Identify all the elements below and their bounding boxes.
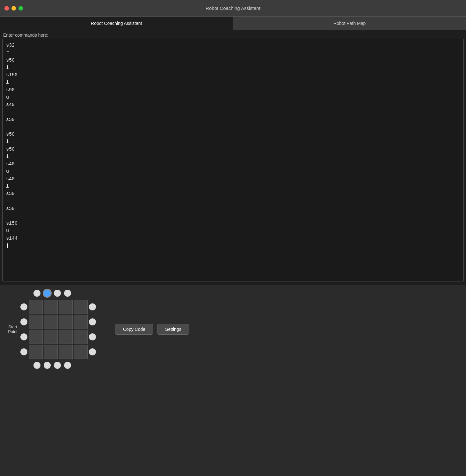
grid-cell-1-0[interactable] bbox=[29, 315, 43, 329]
tab-coaching[interactable]: Robot Coaching Assistant bbox=[0, 17, 233, 30]
path-grid bbox=[29, 300, 88, 359]
bottom-radio-1[interactable] bbox=[33, 362, 40, 369]
commands-label: Enter commands here: bbox=[0, 30, 466, 39]
grid-cell-1-1[interactable] bbox=[44, 315, 58, 329]
left-radio-2[interactable] bbox=[20, 318, 27, 325]
copy-code-button[interactable]: Copy Code bbox=[115, 324, 153, 335]
bottom-radio-row bbox=[33, 362, 71, 369]
grid-cell-2-0[interactable] bbox=[29, 330, 43, 344]
top-radio-2[interactable] bbox=[44, 290, 51, 297]
top-radio-3[interactable] bbox=[54, 290, 61, 297]
grid-cell-0-3[interactable] bbox=[74, 300, 88, 314]
window-title: Robot Coaching Assistant bbox=[206, 5, 260, 11]
title-bar: Robot Coaching Assistant bbox=[0, 0, 466, 17]
right-radio-4[interactable] bbox=[89, 348, 96, 355]
right-radio-3[interactable] bbox=[89, 333, 96, 340]
minimize-button[interactable] bbox=[11, 6, 16, 11]
textarea-container: s32 r s50 l s150 l s90 u s40 r s50 r s50… bbox=[0, 39, 466, 285]
command-input[interactable]: s32 r s50 l s150 l s90 u s40 r s50 r s50… bbox=[3, 39, 463, 281]
grid-cell-0-0[interactable] bbox=[29, 300, 43, 314]
right-radio-1[interactable] bbox=[89, 303, 96, 310]
start-point-label: Start Point bbox=[6, 324, 19, 334]
window-controls bbox=[4, 6, 23, 11]
close-button[interactable] bbox=[4, 6, 9, 11]
grid-cell-0-2[interactable] bbox=[59, 300, 73, 314]
grid-cell-2-2[interactable] bbox=[59, 330, 73, 344]
grid-cell-0-1[interactable] bbox=[44, 300, 58, 314]
left-radio-3[interactable] bbox=[20, 333, 27, 340]
grid-cell-2-1[interactable] bbox=[44, 330, 58, 344]
settings-button[interactable]: Settings bbox=[157, 324, 189, 335]
bottom-radio-2[interactable] bbox=[44, 362, 51, 369]
grid-cell-1-3[interactable] bbox=[74, 315, 88, 329]
top-radio-1[interactable] bbox=[33, 290, 40, 297]
left-radio-column bbox=[20, 299, 27, 359]
maximize-button[interactable] bbox=[18, 6, 23, 11]
grid-cell-1-2[interactable] bbox=[59, 315, 73, 329]
bottom-radio-3[interactable] bbox=[54, 362, 61, 369]
grid-cell-3-3[interactable] bbox=[74, 345, 88, 359]
right-radio-2[interactable] bbox=[89, 318, 96, 325]
top-radio-4[interactable] bbox=[64, 290, 71, 297]
right-radio-column bbox=[89, 299, 96, 359]
tab-bar: Robot Coaching Assistant Robot Path Map bbox=[0, 17, 466, 30]
grid-cell-2-3[interactable] bbox=[74, 330, 88, 344]
grid-cell-3-0[interactable] bbox=[29, 345, 43, 359]
grid-cell-3-1[interactable] bbox=[44, 345, 58, 359]
bottom-radio-4[interactable] bbox=[64, 362, 71, 369]
top-radio-row bbox=[33, 290, 71, 297]
bottom-panel: Start Point bbox=[0, 285, 466, 375]
left-radio-4[interactable] bbox=[20, 348, 27, 355]
tab-pathmap[interactable]: Robot Path Map bbox=[233, 17, 466, 30]
grid-cell-3-2[interactable] bbox=[59, 345, 73, 359]
left-radio-1[interactable] bbox=[20, 303, 27, 310]
